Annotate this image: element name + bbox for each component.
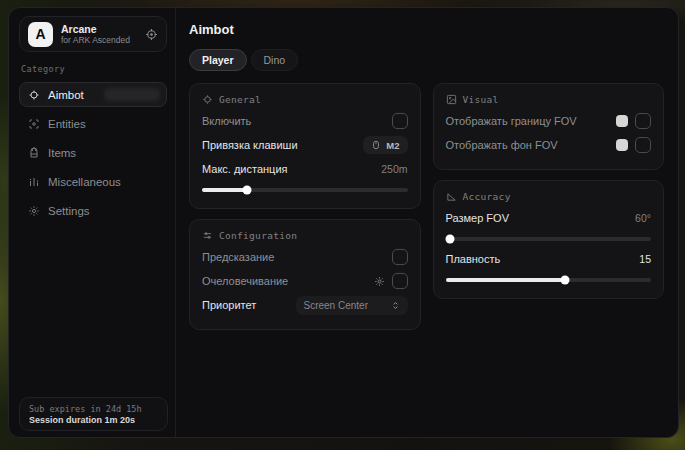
smoothness-label: Плавность: [446, 253, 501, 265]
visual-card-header: Visual: [446, 94, 652, 105]
mouse-icon: [371, 139, 381, 151]
smoothness-row: Плавность 15: [446, 247, 652, 271]
priority-value: Screen Center: [304, 300, 368, 311]
smoothness-slider-fill: [446, 278, 565, 282]
crosshair-icon: [28, 89, 40, 101]
sidebar-item-label: Entities: [48, 118, 86, 130]
fov-border-color-swatch[interactable]: [616, 115, 628, 127]
scan-icon: [28, 118, 40, 130]
brand-card: A Arcane for ARK Ascended: [19, 16, 167, 52]
sidebar-item-label: Settings: [48, 205, 90, 217]
gear-icon: [28, 205, 40, 217]
fov-border-row: Отображать границу FOV: [446, 109, 652, 133]
enable-label: Включить: [202, 115, 251, 127]
left-column: General Включить Привязка клавиши: [189, 83, 421, 330]
brand-subtitle: for ARK Ascended: [61, 35, 137, 46]
watermark-blur: [106, 88, 158, 101]
sliders-icon: [202, 230, 213, 241]
distance-slider[interactable]: [202, 188, 408, 192]
enable-checkbox[interactable]: [392, 113, 408, 129]
prediction-checkbox[interactable]: [392, 249, 408, 265]
sub-expires-text: Sub expires in 24d 15h: [29, 404, 158, 414]
brand-name: Arcane: [61, 23, 137, 35]
visual-card: Visual Отображать границу FOV Отображать…: [433, 83, 665, 170]
fov-size-row: Размер FOV 60°: [446, 206, 652, 230]
configuration-card-header: Configuration: [202, 230, 408, 241]
priority-dropdown[interactable]: Screen Center: [296, 296, 408, 315]
accuracy-card-header: Accuracy: [446, 191, 652, 202]
category-label: Category: [21, 64, 165, 74]
brand-text: Arcane for ARK Ascended: [61, 23, 137, 46]
prediction-label: Предсказание: [202, 251, 274, 263]
fov-size-slider-thumb[interactable]: [445, 235, 454, 244]
target-icon[interactable]: [145, 28, 158, 41]
humanize-row: Очеловечивание: [202, 269, 408, 293]
fov-background-color-swatch[interactable]: [616, 139, 628, 151]
cards-grid: General Включить Привязка клавиши: [189, 83, 664, 330]
equalizer-icon: [28, 176, 40, 188]
sidebar-item-label: Items: [48, 147, 76, 159]
tab-dino[interactable]: Dino: [251, 49, 299, 71]
fov-size-label: Размер FOV: [446, 212, 509, 224]
sidebar-item-settings[interactable]: Settings: [19, 198, 167, 223]
humanize-label: Очеловечивание: [202, 275, 288, 287]
sidebar-item-items[interactable]: Items: [19, 140, 167, 165]
distance-value: 250m: [381, 163, 407, 175]
fov-size-value: 60°: [635, 212, 651, 224]
card-title-label: Configuration: [219, 230, 297, 241]
general-card: General Включить Привязка клавиши: [189, 83, 421, 209]
distance-label: Макс. дистанция: [202, 163, 288, 175]
smoothness-slider-thumb[interactable]: [560, 276, 569, 285]
tab-player[interactable]: Player: [189, 49, 247, 71]
sidebar-item-aimbot[interactable]: Aimbot: [19, 82, 167, 107]
fov-border-checkbox[interactable]: [635, 113, 651, 129]
priority-row: Приоритет Screen Center: [202, 293, 408, 317]
keybind-row: Привязка клавиши M2: [202, 133, 408, 157]
brand-logo: A: [28, 22, 53, 47]
sidebar-item-label: Miscellaneous: [48, 176, 121, 188]
session-duration-text: Session duration 1m 20s: [29, 415, 158, 425]
sidebar-item-entities[interactable]: Entities: [19, 111, 167, 136]
subscription-card: Sub expires in 24d 15h Session duration …: [19, 397, 168, 431]
humanize-checkbox[interactable]: [392, 273, 408, 289]
distance-slider-fill: [202, 188, 247, 192]
backpack-icon: [28, 147, 40, 159]
sidebar-nav: Aimbot Entities Items: [19, 82, 167, 223]
keybind-label: Привязка клавиши: [202, 139, 298, 151]
distance-slider-thumb[interactable]: [243, 186, 252, 195]
card-title-label: Visual: [463, 94, 499, 105]
fov-background-label: Отображать фон FOV: [446, 139, 558, 151]
keybind-button[interactable]: M2: [363, 136, 407, 154]
chevron-up-down-icon: [391, 300, 400, 311]
priority-label: Приоритет: [202, 299, 256, 311]
right-column: Visual Отображать границу FOV Отображать…: [433, 83, 665, 299]
prediction-row: Предсказание: [202, 245, 408, 269]
page-title: Aimbot: [189, 22, 664, 37]
card-title-label: General: [219, 94, 261, 105]
sidebar-item-label: Aimbot: [48, 89, 84, 101]
sidebar-item-miscellaneous[interactable]: Miscellaneous: [19, 169, 167, 194]
gear-icon[interactable]: [374, 276, 385, 287]
cheat-menu-window: A Arcane for ARK Ascended Category: [8, 7, 679, 438]
fov-background-row: Отображать фон FOV: [446, 133, 652, 157]
triangle-ruler-icon: [446, 191, 457, 202]
card-title-label: Accuracy: [463, 191, 511, 202]
tabs: Player Dino: [189, 49, 664, 71]
configuration-card: Configuration Предсказание Очеловечивани…: [189, 219, 421, 330]
distance-row: Макс. дистанция 250m: [202, 157, 408, 181]
enable-row: Включить: [202, 109, 408, 133]
smoothness-slider[interactable]: [446, 278, 652, 282]
image-icon: [446, 94, 457, 105]
fov-size-slider[interactable]: [446, 237, 652, 241]
fov-background-checkbox[interactable]: [635, 137, 651, 153]
fov-border-label: Отображать границу FOV: [446, 115, 577, 127]
smoothness-value: 15: [639, 253, 651, 265]
keybind-value: M2: [386, 140, 399, 151]
crosshair-icon: [202, 94, 213, 105]
main-panel: Aimbot Player Dino General: [176, 8, 678, 437]
accuracy-card: Accuracy Размер FOV 60° Плавность 15: [433, 180, 665, 299]
sidebar: A Arcane for ARK Ascended Category: [9, 8, 176, 437]
general-card-header: General: [202, 94, 408, 105]
